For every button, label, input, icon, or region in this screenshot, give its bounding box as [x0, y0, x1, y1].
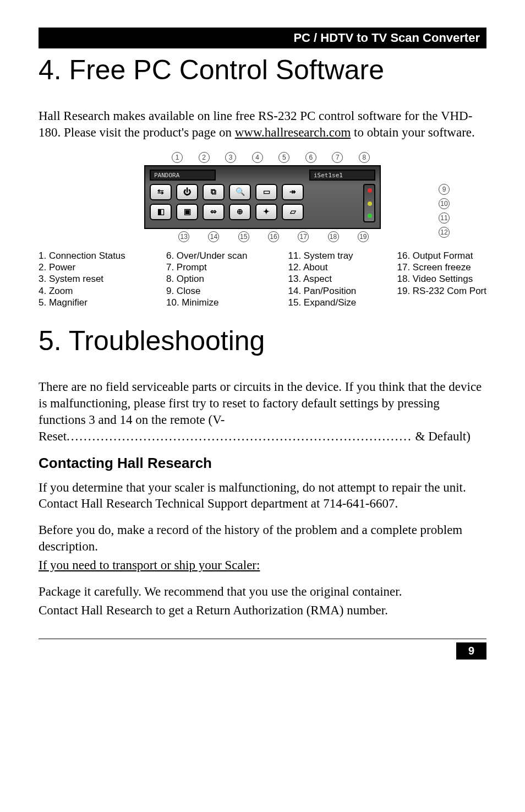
led-red-icon — [368, 188, 372, 193]
legend-item: 10. Minimize — [166, 297, 247, 308]
contacting-para-2: Before you do, make a record of the hist… — [39, 522, 486, 555]
right-callouts: 9 10 11 12 — [439, 184, 450, 238]
legend-item: 3. System reset — [39, 273, 125, 285]
panel-btn: ▣ — [176, 204, 198, 220]
callout-9: 9 — [439, 184, 450, 195]
callout-1: 1 — [172, 152, 183, 163]
legend-col-4: 16. Output Format 17. Screen freeze 18. … — [397, 250, 486, 308]
callout-3: 3 — [225, 152, 236, 163]
panel-btn: ↠ — [282, 184, 304, 200]
panel-btn: ✦ — [255, 204, 277, 220]
panel-btn: ⊕ — [229, 204, 251, 220]
legend-item: 6. Over/Under scan — [166, 250, 247, 261]
page-number: 9 — [456, 642, 486, 660]
ship-heading-text: If you need to transport or ship your Sc… — [39, 558, 260, 572]
panel-btn: ▭ — [255, 184, 277, 200]
callout-14: 14 — [208, 231, 219, 242]
callout-17: 17 — [298, 231, 309, 242]
legend-item: 13. Aspect — [288, 273, 357, 285]
callout-19: 19 — [358, 231, 369, 242]
callout-15: 15 — [238, 231, 249, 242]
legend-item: 17. Screen freeze — [397, 261, 486, 273]
status-bar — [363, 184, 375, 222]
section-5-title: 5. Troubleshooting — [39, 325, 486, 357]
dot-leader: ........................................… — [67, 429, 412, 443]
callout-8: 8 — [359, 152, 370, 163]
legend-col-1: 1. Connection Status 2. Power 3. System … — [39, 250, 125, 308]
page: PC / HDTV to TV Scan Converter 4. Free P… — [0, 0, 525, 682]
legend-item: 14. Pan/Position — [288, 285, 357, 297]
ship-para-1: Package it carefully. We recommend that … — [39, 584, 486, 600]
para1-b: & Default) — [412, 429, 471, 443]
callout-11: 11 — [439, 212, 450, 224]
section-4-paragraph: Hall Research makes available on line fr… — [39, 108, 486, 141]
legend-col-2: 6. Over/Under scan 7. Prompt 8. Option 9… — [166, 250, 247, 308]
legend-item: 1. Connection Status — [39, 250, 125, 261]
control-panel: PANDORA iSet1se1 ⇆ ⏻ ⧉ 🔍 ▭ ↠ — [144, 165, 381, 229]
section-5-paragraph-1: There are no field serviceable parts or … — [39, 379, 486, 445]
panel-btn: ◧ — [150, 204, 172, 220]
legend-item: 9. Close — [166, 285, 247, 297]
header-bar: PC / HDTV to TV Scan Converter — [39, 28, 486, 48]
legend-item: 16. Output Format — [397, 250, 486, 261]
diagram-legend: 1. Connection Status 2. Power 3. System … — [39, 250, 486, 308]
led-yellow-icon — [368, 201, 372, 206]
callout-16: 16 — [268, 231, 279, 242]
legend-item: 8. Option — [166, 273, 247, 285]
software-diagram: 1 2 3 4 5 6 7 8 9 10 11 12 PANDORA iSet1… — [39, 152, 486, 242]
legend-item: 19. RS-232 Com Port — [397, 285, 486, 297]
legend-item: 11. System tray — [288, 250, 357, 261]
legend-item: 15. Expand/Size — [288, 297, 357, 308]
legend-item: 4. Zoom — [39, 285, 125, 297]
header-title: PC / HDTV to TV Scan Converter — [293, 31, 480, 45]
led-green-icon — [368, 214, 372, 218]
hallresearch-link[interactable]: www.hallresearch.com — [235, 126, 351, 139]
top-callouts: 1 2 3 4 5 6 7 8 — [144, 152, 381, 165]
page-footer: 9 — [39, 639, 486, 660]
legend-col-3: 11. System tray 12. About 13. Aspect 14.… — [288, 250, 357, 308]
panel-btn: ⇆ — [150, 184, 172, 200]
callout-5: 5 — [278, 152, 289, 163]
panel-btn: ⇔ — [203, 204, 225, 220]
legend-item: 2. Power — [39, 261, 125, 273]
callout-2: 2 — [199, 152, 210, 163]
panel-btn: ⏻ — [176, 184, 198, 200]
contacting-para-1: If you determine that your scaler is mal… — [39, 479, 486, 513]
ship-heading: If you need to transport or ship your Sc… — [39, 557, 486, 574]
callout-4: 4 — [252, 152, 263, 163]
legend-item: 5. Magnifier — [39, 297, 125, 308]
panel-btn: ⏥ — [282, 204, 304, 220]
bottom-callouts: 13 14 15 16 17 18 19 — [141, 229, 384, 242]
panel-btn: ⧉ — [203, 184, 225, 200]
callout-12: 12 — [439, 227, 450, 238]
callout-6: 6 — [305, 152, 316, 163]
section-4-title: 4. Free PC Control Software — [39, 54, 486, 86]
panel-btn: 🔍 — [229, 184, 251, 200]
callout-18: 18 — [328, 231, 339, 242]
callout-13: 13 — [178, 231, 189, 242]
contacting-heading: Contacting Hall Research — [39, 455, 486, 472]
ship-para-2: Contact Hall Research to get a Return Au… — [39, 602, 486, 619]
callout-7: 7 — [332, 152, 343, 163]
legend-item: 18. Video Settings — [397, 273, 486, 285]
legend-item: 12. About — [288, 261, 357, 273]
legend-item: 7. Prompt — [166, 261, 247, 273]
section-4-text-post: to obtain your software. — [351, 126, 474, 139]
lcd-left: PANDORA — [150, 170, 216, 181]
callout-10: 10 — [439, 198, 450, 209]
lcd-right: iSet1se1 — [309, 170, 375, 181]
